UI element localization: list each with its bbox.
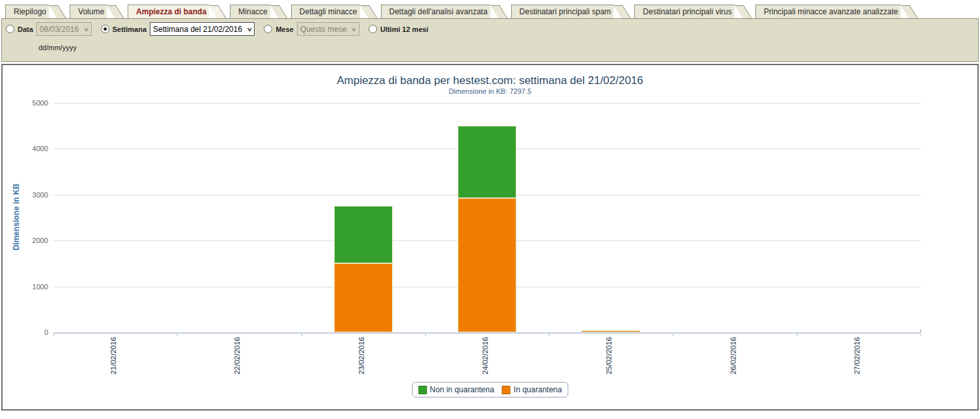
- x-tick-label-22-02-2016: 22/02/2016: [233, 337, 241, 375]
- bar-non-in-quarantena-23-02-2016: [334, 206, 393, 263]
- y-axis-title: Dimensione in KB: [12, 175, 21, 259]
- x-axis-minor-tick: [301, 334, 302, 336]
- x-tick-label-27-02-2016: 27/02/2016: [853, 337, 861, 375]
- tab-riepilogo[interactable]: Riepilogo: [5, 5, 49, 18]
- chevron-down-icon: ∨: [83, 26, 89, 33]
- bar-in-quarantena-23-02-2016: [334, 263, 393, 332]
- tab-dettagli-dell-analisi-avanzata[interactable]: Dettagli dell'analisi avanzata: [381, 5, 490, 18]
- chart-title: Ampiezza di banda per hestest.com: setti…: [3, 74, 977, 87]
- chart-subtitle: Dimensione in KB: 7297.5: [3, 87, 977, 95]
- radio-data[interactable]: [6, 25, 14, 33]
- tab-principali-minacce-avanzate-analizzate[interactable]: Principali minacce avanzate analizzate: [755, 5, 901, 18]
- x-axis-minor-tick: [425, 334, 426, 336]
- x-axis-minor-tick: [921, 334, 921, 336]
- tab-volume[interactable]: Volume: [70, 5, 107, 18]
- radio-label-settimana: Settimana: [113, 25, 147, 33]
- y-tick-label-2000: 2000: [18, 237, 48, 244]
- select-data[interactable]: 08/03/2016∨: [36, 22, 92, 36]
- chevron-down-icon: ∨: [247, 26, 253, 33]
- filter-row: Data08/03/2016∨SettimanaSettimana del 21…: [6, 22, 974, 36]
- select-value-settimana: Settimana del 21/02/2016: [153, 25, 242, 34]
- bar-in-quarantena-25-02-2016: [581, 330, 640, 332]
- y-tick-label-0: 0: [18, 328, 48, 336]
- select-mese[interactable]: Questo mese∨: [297, 22, 359, 36]
- x-axis-minor-tick: [797, 334, 798, 336]
- legend-item-in-quarantena: In quarantena: [502, 385, 562, 394]
- gridline-5000: [53, 103, 921, 104]
- bar-non-in-quarantena-24-02-2016: [458, 126, 516, 198]
- radio-ultimi-12-mesi[interactable]: [369, 25, 377, 33]
- y-tick-label-1000: 1000: [18, 283, 48, 291]
- select-value-mese: Questo mese: [300, 25, 346, 34]
- y-tick-label-4000: 4000: [18, 145, 48, 152]
- y-tick-label-5000: 5000: [18, 99, 48, 107]
- x-axis-minor-tick: [177, 334, 178, 336]
- x-tick-label-21-02-2016: 21/02/2016: [109, 337, 117, 375]
- chart-legend: Non in quarantenaIn quarantena: [412, 382, 568, 397]
- x-axis-minor-tick: [549, 334, 550, 336]
- tab-minacce[interactable]: Minacce: [230, 5, 270, 18]
- legend-swatch-in-quarantena: [502, 386, 511, 394]
- radio-label-mese: Mese: [275, 25, 294, 33]
- chevron-down-icon: ∨: [351, 26, 357, 33]
- chart-panel: Ampiezza di banda per hestest.com: setti…: [1, 64, 979, 411]
- tab-dettagli-minacce[interactable]: Dettagli minacce: [291, 5, 360, 18]
- tab-destinatari-principali-spam[interactable]: Destinatari principali spam: [511, 5, 614, 18]
- legend-item-non-in-quarantena: Non in quarantena: [418, 385, 494, 394]
- bar-in-quarantena-24-02-2016: [458, 198, 516, 332]
- radio-settimana[interactable]: [101, 25, 109, 33]
- x-tick-label-23-02-2016: 23/02/2016: [357, 337, 365, 375]
- date-format-hint: dd/mm/yyyy: [38, 44, 77, 51]
- y-tick-label-3000: 3000: [18, 191, 48, 199]
- tab-ampiezza-di-banda[interactable]: Ampiezza di banda: [128, 5, 209, 18]
- radio-label-data: Data: [18, 25, 33, 33]
- x-axis-line: [53, 332, 921, 334]
- report-tabbar: RiepilogoVolumeAmpiezza di bandaMinacceD…: [0, 0, 980, 18]
- filter-bar: Data08/03/2016∨SettimanaSettimana del 21…: [1, 18, 979, 62]
- x-axis-minor-tick: [53, 334, 54, 336]
- radio-label-ultimi-12-mesi: Ultimi 12 mesi: [380, 25, 428, 33]
- legend-label-in-quarantena: In quarantena: [514, 385, 562, 394]
- x-axis-minor-tick: [673, 334, 673, 336]
- select-value-data: 08/03/2016: [40, 25, 79, 34]
- x-axis-end-tick: [920, 329, 921, 332]
- x-tick-label-26-02-2016: 26/02/2016: [729, 337, 737, 375]
- select-settimana[interactable]: Settimana del 21/02/2016∨: [150, 22, 255, 36]
- tab-destinatari-principali-virus[interactable]: Destinatari principali virus: [634, 5, 735, 18]
- legend-label-non-in-quarantena: Non in quarantena: [430, 385, 494, 394]
- legend-swatch-non-in-quarantena: [418, 386, 427, 394]
- x-tick-label-24-02-2016: 24/02/2016: [481, 337, 489, 375]
- x-tick-label-25-02-2016: 25/02/2016: [605, 337, 613, 375]
- radio-mese[interactable]: [264, 25, 272, 33]
